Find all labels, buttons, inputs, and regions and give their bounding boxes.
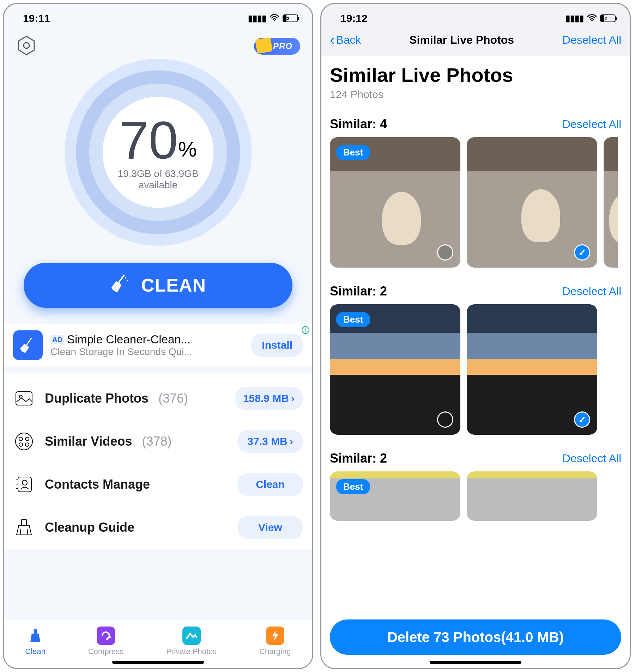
selection-circle-selected[interactable]: ✓ [574, 244, 590, 261]
tab-compress[interactable]: Compress [88, 627, 123, 656]
similar-group: Similar: 4 Deselect All Best ✓ [321, 100, 630, 268]
size-pill[interactable]: 158.9 MB › [235, 387, 303, 410]
svg-point-4 [127, 280, 128, 281]
photo-thumbnail[interactable]: Best [330, 304, 460, 435]
storage-available: available [139, 179, 178, 191]
svg-point-23 [591, 20, 593, 21]
row-similar-videos[interactable]: Similar Videos (378) 37.3 MB › [13, 420, 303, 463]
cellular-icon: ▮▮▮▮ [566, 13, 584, 23]
charging-tab-icon [266, 627, 284, 645]
install-button[interactable]: Install [251, 334, 303, 357]
ad-card[interactable]: i AD Simple Cleaner-Clean... Clean Stora… [4, 324, 312, 366]
svg-point-11 [25, 443, 29, 446]
nav-deselect-all[interactable]: Deselect All [562, 33, 621, 47]
svg-marker-21 [107, 635, 111, 638]
clean-tab-icon [26, 627, 44, 645]
photo-thumbnail[interactable]: ✓ [467, 137, 597, 268]
group-title: Similar: 2 [330, 284, 387, 299]
storage-line: 19.3GB of 63.9GB [118, 168, 199, 179]
clean-button-label: CLEAN [141, 275, 206, 296]
settings-icon[interactable] [16, 35, 37, 57]
pro-badge[interactable]: PRO [254, 38, 300, 55]
action-pill[interactable]: Clean [237, 473, 303, 496]
content: Similar Live Photos 124 Photos Similar: … [321, 56, 630, 668]
size-pill[interactable]: 37.3 MB › [237, 430, 303, 453]
row-label: Similar Videos [45, 434, 132, 449]
percent-sign: % [178, 138, 197, 161]
storage-percent: 70 [119, 111, 178, 170]
tab-clean[interactable]: Clean [25, 627, 45, 656]
status-time: 19:12 [340, 12, 368, 24]
svg-line-20 [27, 529, 28, 535]
svg-point-9 [25, 437, 29, 441]
group-deselect-all[interactable]: Deselect All [562, 452, 621, 465]
photo-thumbnail[interactable]: Best [330, 137, 460, 268]
status-bar: 19:12 ▮▮▮▮ 22 [321, 4, 630, 29]
svg-rect-12 [18, 477, 31, 492]
clean-button[interactable]: CLEAN [24, 263, 292, 308]
svg-point-3 [125, 277, 126, 279]
ad-info-icon[interactable]: i [302, 326, 309, 334]
group-deselect-all[interactable]: Deselect All [562, 285, 621, 298]
chevron-right-icon: › [290, 435, 293, 447]
row-count: (376) [158, 391, 188, 406]
photo-thumbnail[interactable] [467, 471, 597, 521]
row-duplicate-photos[interactable]: Duplicate Photos (376) 158.9 MB › [13, 377, 303, 420]
wifi-icon [587, 13, 597, 23]
status-right: ▮▮▮▮ 22 [566, 13, 616, 23]
similar-group: Similar: 2 Deselect All Best [321, 435, 630, 521]
contacts-icon [13, 474, 35, 495]
phone-similar-photos: 19:12 ▮▮▮▮ 22 ‹ Back Similar Live Photos… [320, 3, 631, 669]
tab-private-photos[interactable]: Private Photos [166, 627, 217, 656]
row-count: (378) [142, 434, 171, 449]
best-badge: Best [336, 145, 370, 160]
svg-point-8 [19, 437, 23, 441]
phone-cleaner-home: 19:11 ▮▮▮▮ 23 PRO 70% 19.3GB of 63.9GB a… [3, 3, 313, 669]
video-icon [13, 430, 35, 452]
group-title: Similar: 4 [330, 117, 387, 132]
tab-charging[interactable]: Charging [259, 627, 291, 656]
svg-point-0 [274, 20, 275, 21]
private-tab-icon [182, 627, 201, 645]
row-cleanup-guide[interactable]: Cleanup Guide View [13, 506, 303, 549]
svg-line-18 [20, 529, 21, 535]
back-button[interactable]: ‹ Back [330, 32, 361, 48]
group-title: Similar: 2 [330, 451, 387, 466]
ad-app-icon [13, 330, 43, 360]
svg-point-10 [19, 443, 23, 446]
status-bar: 19:11 ▮▮▮▮ 23 [4, 4, 312, 29]
storage-gauge: 70% 19.3GB of 63.9GB available [4, 57, 312, 246]
svg-point-2 [24, 43, 29, 48]
page-title: Similar Live Photos [321, 63, 630, 86]
wifi-icon [270, 13, 279, 23]
svg-rect-17 [22, 519, 26, 526]
compress-tab-icon [97, 627, 115, 645]
row-contacts-manage[interactable]: Contacts Manage Clean [13, 463, 303, 506]
svg-marker-1 [19, 36, 34, 55]
selection-circle-selected[interactable]: ✓ [574, 411, 590, 428]
battery-icon: 23 [283, 14, 298, 22]
row-label: Cleanup Guide [45, 520, 134, 535]
chevron-right-icon: › [291, 392, 295, 404]
cellular-icon: ▮▮▮▮ [248, 13, 266, 23]
action-pill[interactable]: View [237, 516, 303, 539]
home-indicator[interactable] [430, 661, 521, 664]
svg-rect-5 [16, 392, 32, 405]
photo-thumbnail-peek[interactable] [604, 137, 618, 268]
best-badge: Best [336, 479, 370, 494]
selection-circle-unselected[interactable] [437, 411, 453, 428]
home-indicator[interactable] [112, 661, 204, 664]
delete-button[interactable]: Delete 73 Photos(41.0 MB) [330, 619, 621, 655]
group-deselect-all[interactable]: Deselect All [562, 118, 621, 131]
row-label: Contacts Manage [45, 477, 150, 492]
photo-thumbnail[interactable]: Best [330, 471, 460, 521]
battery-icon: 22 [600, 14, 616, 22]
selection-circle-unselected[interactable] [437, 244, 453, 261]
svg-marker-22 [272, 631, 278, 641]
photo-count: 124 Photos [321, 86, 630, 100]
chevron-left-icon: ‹ [330, 32, 334, 48]
ad-subtitle: Clean Storage In Seconds Qui... [50, 346, 243, 358]
ad-title: Simple Cleaner-Clean... [67, 333, 190, 346]
svg-point-7 [16, 433, 32, 450]
photo-thumbnail[interactable]: ✓ [467, 304, 597, 435]
